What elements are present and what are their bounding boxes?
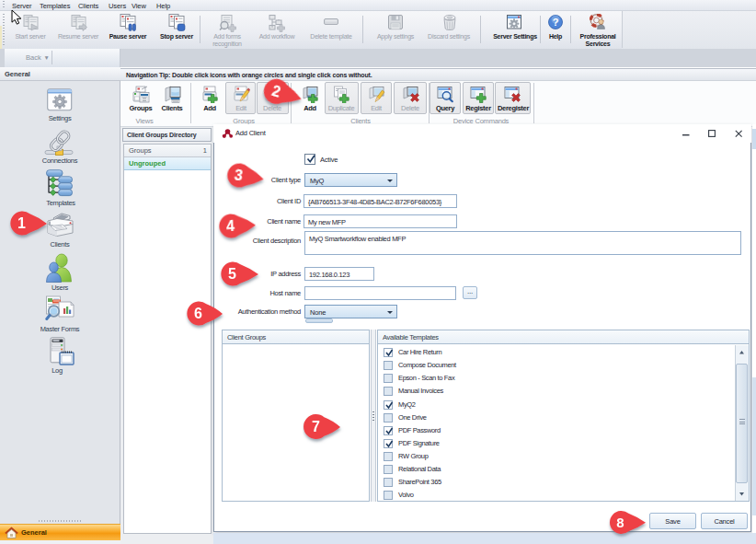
svg-text:?: ? bbox=[553, 17, 559, 28]
